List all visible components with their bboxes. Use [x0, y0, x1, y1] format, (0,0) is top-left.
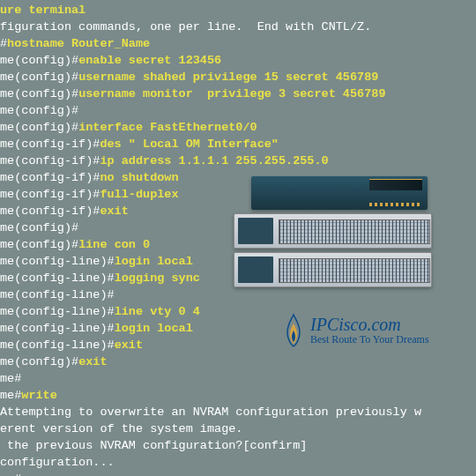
terminal-line: me(config-if)#ip address 1.1.1.1 255.255…: [0, 152, 476, 169]
router-hardware-image: [234, 176, 432, 291]
rack-server-1: [234, 213, 432, 249]
terminal-line: the previous NVRAM configuration?[confir…: [0, 437, 476, 454]
terminal-line: me#write: [0, 387, 476, 404]
network-switch-top: [251, 176, 428, 210]
terminal-line: Attempting to overwrite an NVRAM configu…: [0, 404, 476, 420]
rack-server-2: [234, 252, 432, 287]
flame-icon: [282, 313, 305, 348]
terminal-line: me(config)#enable secret 123456: [0, 52, 476, 69]
terminal-line: figuration commands, one per line. End w…: [0, 19, 476, 35]
terminal-line: me(config)#interface FastEthernet0/0: [0, 119, 476, 136]
terminal-line: me(config)#exit: [0, 353, 476, 370]
terminal-line: #hostname Router_Name: [0, 35, 476, 52]
terminal-line: configuration...: [0, 454, 476, 471]
logo-tagline: Best Route To Your Dreams: [310, 334, 429, 346]
ipcisco-logo: IPCisco.com Best Route To Your Dreams: [282, 309, 458, 353]
terminal-line: me(config)#username shahed privilege 15 …: [0, 69, 476, 86]
terminal-line: erent version of the system image.: [0, 420, 476, 437]
terminal-line: me(config)#: [0, 102, 476, 119]
terminal-line: me(config-if)#des " Local OM Interface": [0, 136, 476, 152]
terminal-line: ure terminal: [0, 2, 476, 19]
terminal-line: me(config)#username monitor privilege 3 …: [0, 86, 476, 102]
terminal-line: me#: [0, 370, 476, 387]
terminal-line: me#: [0, 471, 476, 476]
logo-main-text: IPCisco.com: [310, 315, 429, 334]
